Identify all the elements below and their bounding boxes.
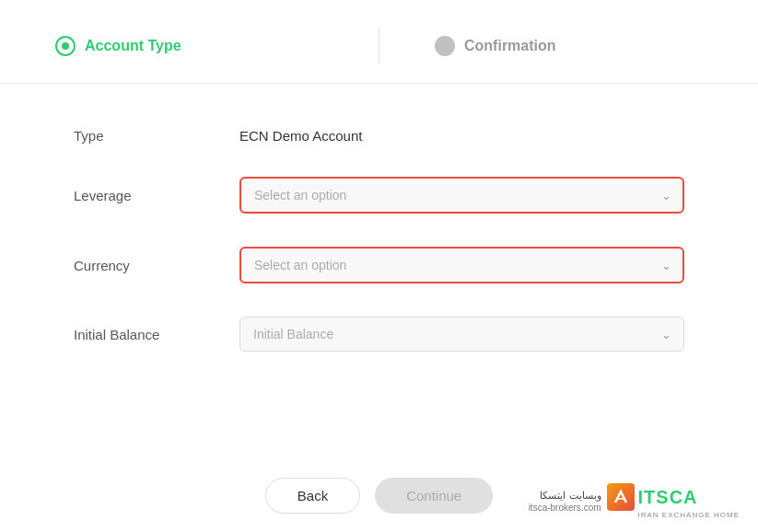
leverage-select[interactable]: Select an option bbox=[239, 177, 684, 214]
currency-label: Currency bbox=[74, 258, 239, 273]
step-confirmation: Confirmation bbox=[435, 36, 703, 56]
step-account-type-label: Account Type bbox=[85, 38, 181, 54]
steps-header: Account Type Confirmation bbox=[0, 0, 758, 84]
initial-balance-select[interactable]: Initial Balance bbox=[239, 317, 684, 352]
step-confirmation-circle bbox=[435, 36, 455, 56]
watermark-logo: وبسایت ایتسکا itsca-brokers.com ITSCA IR… bbox=[529, 483, 740, 519]
step-divider bbox=[379, 28, 379, 64]
step-confirmation-label: Confirmation bbox=[464, 38, 556, 54]
currency-row: Currency Select an option ⌄ bbox=[74, 230, 684, 300]
step-account-type-circle bbox=[55, 36, 76, 56]
form-content: Type ECN Demo Account Leverage Select an… bbox=[0, 84, 758, 459]
leverage-select-wrapper: Select an option ⌄ bbox=[239, 177, 684, 214]
leverage-row: Leverage Select an option ⌄ bbox=[74, 160, 684, 230]
watermark-subline: IRAN EXCHANGE HOME bbox=[638, 511, 740, 519]
leverage-label: Leverage bbox=[74, 188, 239, 203]
currency-select-wrapper: Select an option ⌄ bbox=[239, 247, 684, 283]
type-label: Type bbox=[74, 128, 239, 144]
initial-balance-label: Initial Balance bbox=[74, 327, 239, 342]
type-value: ECN Demo Account bbox=[239, 128, 362, 144]
initial-balance-select-wrapper: Initial Balance ⌄ bbox=[239, 317, 684, 352]
watermark: وبسایت ایتسکا itsca-brokers.com ITSCA IR… bbox=[529, 483, 740, 519]
continue-button: Continue bbox=[375, 478, 493, 514]
itsca-logo-text: ITSCA bbox=[638, 487, 698, 508]
logo-badge-icon bbox=[607, 483, 635, 511]
initial-balance-row: Initial Balance Initial Balance ⌄ bbox=[74, 300, 684, 368]
watermark-url: itsca-brokers.com bbox=[529, 503, 601, 513]
page-wrapper: Account Type Confirmation Type ECN Demo … bbox=[0, 0, 758, 532]
back-button[interactable]: Back bbox=[265, 478, 360, 514]
type-row: Type ECN Demo Account bbox=[74, 111, 684, 160]
step-account-type: Account Type bbox=[55, 36, 323, 56]
currency-select[interactable]: Select an option bbox=[239, 247, 684, 283]
watermark-persian-text: وبسایت ایتسکا bbox=[540, 490, 601, 502]
